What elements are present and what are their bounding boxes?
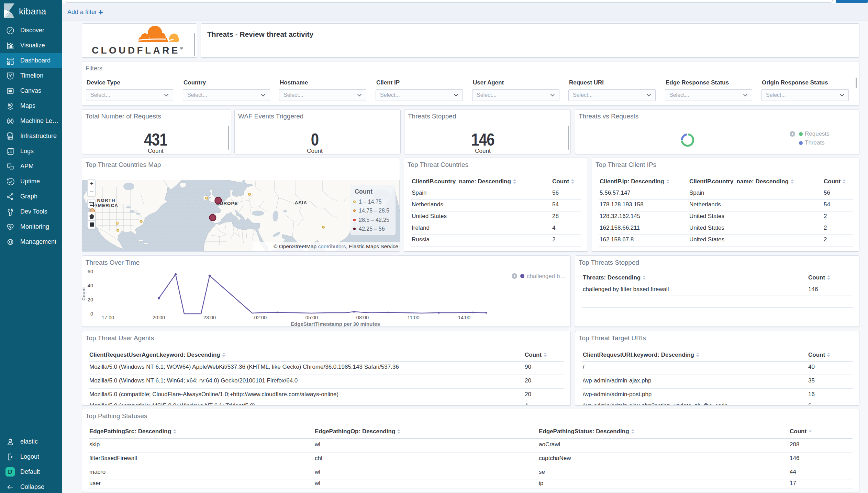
svg-text:EdgeStartTimestamp per 30 minu: EdgeStartTimestamp per 30 minutes bbox=[291, 321, 380, 326]
svg-text:14:00: 14:00 bbox=[458, 315, 470, 320]
svg-text:Count: Count bbox=[82, 287, 86, 300]
svg-text:60: 60 bbox=[88, 269, 93, 274]
svg-text:05:00: 05:00 bbox=[305, 315, 318, 320]
svg-text:08:00: 08:00 bbox=[356, 315, 369, 320]
svg-text:11:00: 11:00 bbox=[407, 315, 419, 320]
svg-text:ASIA: ASIA bbox=[295, 200, 307, 205]
svg-text:20: 20 bbox=[88, 297, 93, 302]
svg-text:17:00: 17:00 bbox=[102, 315, 114, 320]
svg-text:0: 0 bbox=[90, 311, 93, 317]
svg-text:02:00: 02:00 bbox=[254, 315, 267, 320]
svg-text:20:00: 20:00 bbox=[153, 315, 165, 320]
svg-text:NORTH: NORTH bbox=[97, 198, 115, 203]
svg-text:AMERICA: AMERICA bbox=[94, 203, 118, 208]
svg-text:23:00: 23:00 bbox=[203, 315, 216, 320]
svg-text:40: 40 bbox=[88, 283, 93, 288]
